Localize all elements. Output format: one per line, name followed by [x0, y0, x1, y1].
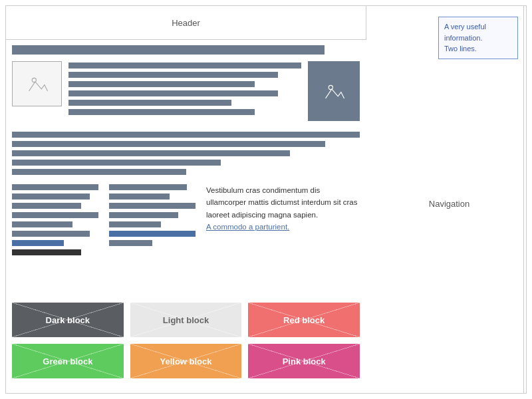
- pink-block-label: Pink block: [283, 356, 326, 366]
- article-text-lines: [68, 61, 301, 115]
- article-link[interactable]: A commodo a parturient.: [206, 223, 289, 231]
- content-bar: [12, 160, 221, 166]
- blocks-row-2: Green block Yellow block Pink block: [12, 344, 360, 378]
- mountain-icon-large: [323, 82, 344, 100]
- pink-block[interactable]: Pink block: [248, 344, 360, 378]
- blocks-row-1: Dark block Light block Red block: [12, 303, 360, 337]
- sticky-note: A very useful information. Two lines.: [438, 17, 518, 59]
- text-line: [68, 63, 301, 68]
- text-line: [68, 100, 231, 106]
- sticky-note-line2: Two lines.: [444, 45, 477, 53]
- blue-bar: [12, 240, 64, 246]
- bar: [109, 184, 187, 190]
- bar: [12, 221, 72, 227]
- light-block-label: Light block: [163, 315, 209, 325]
- text-line: [68, 81, 255, 87]
- bar: [12, 194, 90, 200]
- article-paragraph: Vestibulum cras condimentum dis ullamcor…: [206, 186, 358, 219]
- nav-label: Navigation: [372, 199, 527, 209]
- main-content: Vestibulum cras condimentum dis ullamcor…: [5, 45, 366, 262]
- light-block[interactable]: Light block: [130, 303, 242, 337]
- bar: [109, 240, 152, 246]
- mountain-icon-small: [27, 74, 48, 93]
- dark-bar: [12, 249, 81, 255]
- bar: [12, 212, 98, 218]
- text-line: [68, 109, 255, 115]
- article-row: [12, 61, 360, 121]
- content-bar: [12, 150, 290, 156]
- sticky-note-line1: A very useful information.: [444, 23, 486, 42]
- image-large: [308, 61, 360, 121]
- content-bar: [12, 169, 186, 175]
- dark-block[interactable]: Dark block: [12, 303, 124, 337]
- bar: [109, 221, 161, 227]
- green-block-label: Green block: [43, 356, 92, 366]
- yellow-block-label: Yellow block: [160, 356, 211, 366]
- bar: [12, 231, 90, 237]
- sidebar: A very useful information. Two lines. Na…: [372, 5, 527, 394]
- bar: [109, 194, 170, 200]
- color-blocks-section: Dark block Light block Red block Green b…: [5, 303, 366, 385]
- bar: [12, 203, 81, 209]
- text-line: [68, 90, 278, 96]
- image-small: [12, 61, 62, 106]
- bar: [12, 184, 98, 190]
- bar: [109, 212, 178, 218]
- green-block[interactable]: Green block: [12, 344, 124, 378]
- red-block[interactable]: Red block: [248, 303, 360, 337]
- bar: [109, 203, 196, 209]
- col-mid: [109, 184, 196, 246]
- three-col-section: Vestibulum cras condimentum dis ullamcor…: [12, 184, 360, 255]
- below-article: [12, 132, 360, 175]
- header-section: Header: [5, 5, 366, 40]
- content-bar: [12, 141, 325, 147]
- top-bar: [12, 45, 325, 55]
- col-left: [12, 184, 98, 255]
- dark-block-label: Dark block: [46, 315, 90, 325]
- yellow-block[interactable]: Yellow block: [130, 344, 242, 378]
- blue-line: [109, 231, 196, 237]
- col-right-text: Vestibulum cras condimentum dis ullamcor…: [206, 184, 360, 233]
- content-bar: [12, 132, 360, 138]
- header-title: Header: [172, 18, 200, 28]
- red-block-label: Red block: [283, 315, 325, 325]
- text-line: [68, 72, 278, 78]
